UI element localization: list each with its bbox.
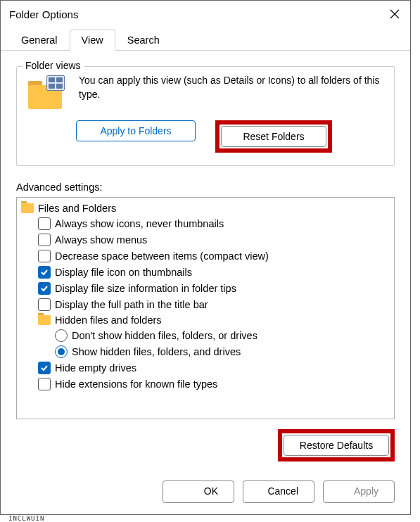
tree-item-label: Show hidden files, folders, and drives: [72, 346, 241, 357]
folder-options-dialog: Folder Options General View Search Folde…: [0, 0, 411, 515]
folder-views-description: You can apply this view (such as Details…: [79, 74, 384, 101]
tree-item[interactable]: Don't show hidden files, folders, or dri…: [21, 327, 390, 343]
reset-folders-button[interactable]: Reset Folders: [221, 126, 326, 147]
tree-item[interactable]: Display file size information in folder …: [21, 280, 390, 296]
close-button[interactable]: [385, 4, 405, 24]
radio[interactable]: [55, 329, 68, 342]
cancel-button[interactable]: Cancel: [243, 480, 314, 503]
tree-item-label: Display file size information in folder …: [55, 283, 236, 294]
advanced-settings-tree[interactable]: Files and Folders Always show icons, nev…: [16, 197, 395, 419]
checkbox[interactable]: [38, 234, 51, 246]
apply-button[interactable]: Apply: [323, 480, 395, 503]
tab-content: Folder views You can apply this view (su…: [1, 51, 410, 471]
folder-view-icon: [27, 75, 68, 110]
tree-item-label: Don't show hidden files, folders, or dri…: [72, 330, 257, 341]
folder-views-legend: Folder views: [23, 60, 84, 71]
tree-item-label: Hide empty drives: [55, 362, 136, 374]
checkbox[interactable]: [38, 282, 51, 295]
radio[interactable]: [55, 345, 68, 358]
checkbox[interactable]: [38, 298, 51, 311]
tree-group-label: Hidden files and folders: [55, 314, 162, 326]
ok-button[interactable]: OK: [163, 480, 234, 503]
checkbox[interactable]: [38, 362, 51, 374]
tab-general[interactable]: General: [9, 30, 70, 51]
folder-views-group: Folder views You can apply this view (su…: [16, 66, 395, 166]
tree-item[interactable]: Show hidden files, folders, and drives: [21, 343, 390, 359]
checkbox[interactable]: [38, 217, 51, 230]
tree-item-label: Always show menus: [55, 234, 147, 246]
tree-item[interactable]: Hide empty drives: [21, 359, 390, 376]
tree-item-label: Display the full path in the title bar: [55, 299, 208, 310]
tree-item-label: Hide extensions for known file types: [55, 378, 217, 390]
tree-item-label: Always show icons, never thumbnails: [55, 218, 224, 229]
tab-search[interactable]: Search: [115, 30, 172, 51]
tree-item-label: Display file icon on thumbnails: [55, 267, 192, 278]
tab-view[interactable]: View: [70, 30, 115, 51]
folder-icon: [21, 203, 34, 213]
restore-defaults-button[interactable]: Restore Defaults: [284, 435, 389, 456]
tree-item[interactable]: Display the full path in the title bar: [21, 296, 390, 312]
tree-item-label: Decrease space between items (compact vi…: [55, 250, 269, 262]
checkbox[interactable]: [38, 378, 51, 390]
tree-item[interactable]: Decrease space between items (compact vi…: [21, 248, 390, 264]
dialog-footer: OK Cancel Apply: [1, 471, 410, 514]
window-title: Folder Options: [9, 8, 78, 20]
checkbox[interactable]: [38, 250, 51, 262]
advanced-settings-label: Advanced settings:: [16, 182, 395, 193]
tree-item[interactable]: Hide extensions for known file types: [21, 376, 390, 392]
tree-group-hidden: Hidden files and folders: [21, 312, 390, 327]
tree-item[interactable]: Display file icon on thumbnails: [21, 264, 390, 280]
checkbox[interactable]: [38, 266, 51, 279]
titlebar: Folder Options: [1, 1, 410, 27]
tab-strip: General View Search: [1, 27, 410, 51]
tree-item[interactable]: Always show icons, never thumbnails: [21, 215, 390, 231]
annotation-highlight-reset: Reset Folders: [215, 120, 332, 153]
tree-group-label: Files and Folders: [38, 203, 116, 214]
apply-to-folders-button[interactable]: Apply to Folders: [76, 120, 196, 141]
folder-icon: [38, 315, 51, 325]
background-window-fragment: INCLWUIN: [8, 515, 65, 522]
close-icon: [390, 9, 400, 19]
annotation-highlight-restore: Restore Defaults: [278, 429, 395, 461]
tree-group-files-folders: Files and Folders: [21, 200, 390, 215]
tree-item[interactable]: Always show menus: [21, 231, 390, 248]
